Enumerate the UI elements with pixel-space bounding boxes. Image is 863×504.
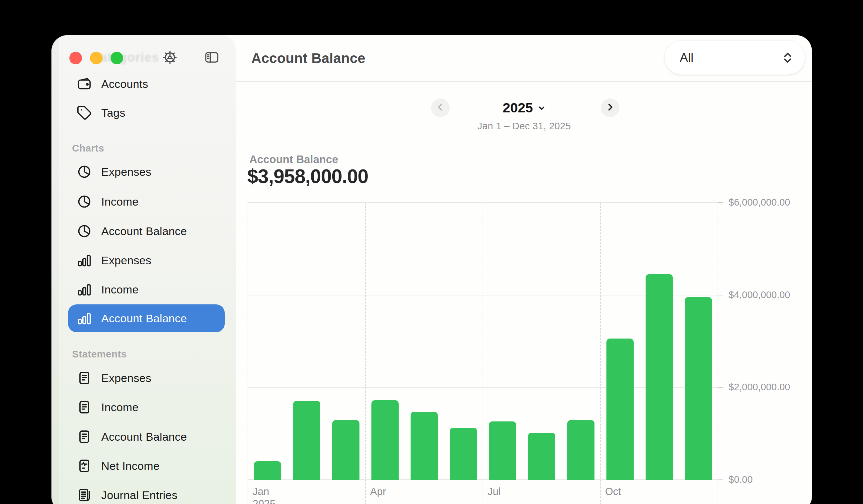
sidebar-section-header-statements: Statements [72,348,127,360]
bar-apr[interactable] [372,400,399,480]
quarter-gridline [248,203,248,504]
sidebar-item-label: Account Balance [101,225,187,238]
journal-entries-icon [77,488,92,503]
sidebar-item-accounts[interactable]: Accounts [68,72,225,96]
close-window-button[interactable] [70,52,82,64]
y-axis-label: $2,000,000.00 [728,382,790,392]
sidebar-item-expenses[interactable]: Expenses [68,366,225,390]
document-icon [77,370,92,386]
quarter-gridline [717,203,718,504]
pie-chart-icon [77,194,92,209]
sidebar-item-journal-entries[interactable]: Journal Entries [68,483,225,504]
bar-nov[interactable] [646,274,673,480]
document-icon [77,429,92,444]
y-axis-tick [718,387,723,388]
document-icon [77,400,92,415]
bar-aug[interactable] [528,433,555,480]
quarter-gridline [365,203,366,504]
bar-feb[interactable] [293,401,320,480]
sidebar-item-label: Net Income [101,460,160,473]
settings-button[interactable] [162,50,178,66]
account-balance-bar-chart: $6,000,000.00$4,000,000.00$2,000,000.00$… [236,35,812,504]
sidebar: Categories Accou [51,35,236,504]
y-axis-label: $6,000,000.00 [728,197,790,208]
sidebar-item-label: Accounts [101,78,148,91]
pie-chart-icon [77,164,92,179]
y-axis-tick [718,202,723,203]
bar-oct[interactable] [606,338,634,480]
y-axis-label: $0.00 [728,474,753,485]
sidebar-item-net-income[interactable]: Net Income [68,454,225,478]
bar-chart-icon [77,311,92,326]
sidebar-item-account-balance[interactable]: Account Balance [68,305,225,332]
sidebar-section-header-charts: Charts [72,142,104,155]
bar-may[interactable] [411,412,438,480]
sidebar-item-income[interactable]: Income [68,395,225,419]
sidebar-item-label: Income [101,401,139,414]
y-axis-label: $4,000,000.00 [728,289,790,300]
x-axis-label-oct: Oct [605,486,621,498]
bar-jun[interactable] [450,428,477,480]
sidebar-item-expenses[interactable]: Expenses [68,248,225,272]
sidebar-item-expenses[interactable]: Expenses [68,160,225,184]
zoom-window-button[interactable] [111,52,123,64]
bar-jul[interactable] [489,422,516,480]
bar-sep[interactable] [567,420,595,480]
main-content: Account Balance All 2025 [236,35,812,504]
sidebar-item-label: Account Balance [101,430,187,443]
bar-mar[interactable] [332,420,360,480]
sidebar-item-label: Journal Entries [101,489,178,502]
app-window: Categories Accou [51,35,812,504]
net-income-document-icon [77,458,92,474]
sidebar-item-account-balance[interactable]: Account Balance [68,425,225,449]
bar-jan[interactable] [254,461,281,480]
sidebar-toggle-icon [204,50,220,66]
tag-icon [77,105,92,120]
toggle-sidebar-button[interactable] [203,50,220,66]
sidebar-item-label: Expenses [101,166,151,178]
sidebar-item-label: Expenses [101,372,151,385]
y-axis-tick [718,479,723,480]
y-axis-tick [718,295,723,295]
sidebar-item-label: Account Balance [101,312,187,325]
sidebar-item-label: Income [101,195,139,208]
wallet-icon [77,76,92,91]
minimize-window-button[interactable] [90,52,102,64]
bar-chart-icon [77,282,92,297]
sidebar-item-income[interactable]: Income [68,190,225,214]
gear-icon [162,50,178,66]
sidebar-item-tags[interactable]: Tags [68,101,225,125]
x-axis-label-jul: Jul [488,486,501,498]
sidebar-item-label: Expenses [101,254,151,267]
bar-chart-icon [77,253,92,268]
pie-chart-icon [77,223,92,239]
quarter-gridline [483,203,483,504]
sidebar-item-label: Tags [101,106,125,119]
sidebar-item-income[interactable]: Income [68,277,225,301]
bar-dec[interactable] [685,297,712,480]
x-axis-label-jan: Jan2025 [253,486,275,504]
sidebar-item-label: Income [101,283,139,296]
quarter-gridline [600,203,601,504]
sidebar-item-account-balance[interactable]: Account Balance [68,219,225,243]
x-axis-label-apr: Apr [370,486,386,498]
